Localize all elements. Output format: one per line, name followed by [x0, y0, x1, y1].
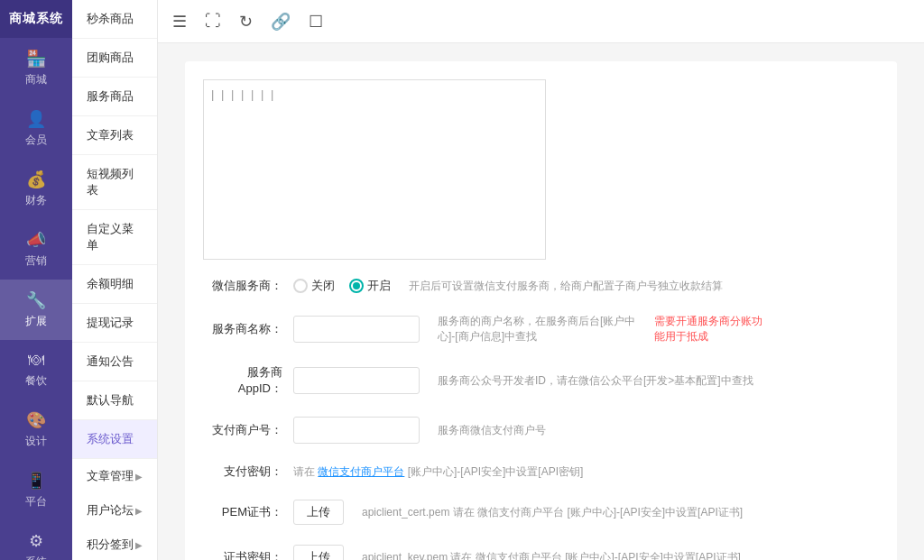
mock-textarea: | | | | | | | [203, 79, 546, 260]
sub-sidebar-item-menu[interactable]: 自定义菜单 [72, 210, 157, 265]
form-row-service-name: 服务商名称： 服务商的商户名称，在服务商后台[账户中心]-[商户信息]中查找 需… [203, 314, 879, 348]
upload-btn-pem[interactable]: 上传 [293, 500, 344, 525]
hint-pay-merchant: 服务商微信支付商户号 [438, 423, 546, 438]
control-pem-cert: 上传 apiclient_cert.pem 请在 微信支付商户平台 [账户中心]… [293, 500, 762, 525]
form-row-service-appid: 服务商AppID： 服务商公众号开发者ID，请在微信公众平台[开发>基本配置]中… [203, 364, 879, 400]
sidebar-item-member[interactable]: 👤 会员 [0, 98, 72, 159]
system-icon: ⚙ [29, 531, 43, 551]
form-section: | | | | | | | 微信服务商： 关闭 开启 [185, 61, 897, 560]
label-service-name: 服务商名称： [203, 321, 293, 337]
hint-red-service-name: 需要开通服务商分账功能用于抵成 [654, 314, 762, 344]
sub-sidebar-item-settings[interactable]: 系统设置 [72, 420, 157, 459]
hint-wechat-service: 开启后可设置微信支付服务商，给商户配置子商户号独立收款结算 [409, 279, 723, 294]
radio-label-off: 关闭 [311, 278, 335, 294]
sub-sidebar-item-nav[interactable]: 默认导航 [72, 381, 157, 420]
platform-icon: 📱 [26, 471, 46, 491]
textarea-container: | | | | | | | [203, 79, 879, 260]
fullscreen-icon[interactable]: ⛶ [205, 12, 221, 31]
sidebar-item-expand[interactable]: 🔧 扩展 [0, 280, 72, 340]
sidebar-item-design[interactable]: 🎨 设计 [0, 399, 72, 460]
refresh-icon[interactable]: ↻ [239, 12, 253, 32]
marketing-icon: 📣 [26, 230, 46, 250]
hint-pay-secret: 请在 微信支付商户平台 [账户中心]-[API安全]中设置[API密钥] [293, 464, 583, 480]
label-wechat-service: 微信服务商： [203, 278, 293, 294]
hint-service-name: 服务商的商户名称，在服务商后台[账户中心]-[商户信息]中查找 [438, 314, 636, 344]
sub-sidebar-item-article-list[interactable]: 文章列表 [72, 116, 157, 155]
catering-icon: 🍽 [28, 351, 44, 370]
chevron-right-icon: ▶ [135, 506, 143, 516]
upload-btn-cert[interactable]: 上传 [293, 545, 344, 560]
toolbar: ☰ ⛶ ↻ 🔗 ☐ [158, 0, 924, 43]
radio-group-service: 关闭 开启 [293, 278, 391, 294]
main-sidebar: 商城系统 🏪 商城 👤 会员 💰 财务 📣 营销 🔧 扩展 🍽 餐饮 🎨 设计 … [0, 0, 72, 560]
square-icon[interactable]: ☐ [309, 12, 323, 32]
form-row-pay-merchant: 支付商户号： 服务商微信支付商户号 [203, 417, 879, 447]
sidebar-item-catering[interactable]: 🍽 餐饮 [0, 340, 72, 399]
control-pay-secret: 请在 微信支付商户平台 [账户中心]-[API安全]中设置[API密钥] [293, 464, 762, 480]
control-cert-secret: 上传 apiclient_key.pem 请在 微信支付商户平台 [账户中心]-… [293, 545, 762, 560]
label-cert-secret: 证书密钥： [203, 549, 293, 560]
input-service-appid[interactable] [293, 367, 420, 394]
label-pay-merchant: 支付商户号： [203, 422, 293, 438]
sidebar-logo: 商城系统 [0, 0, 72, 38]
label-pem-cert: PEM证书： [203, 504, 293, 520]
link-wechat-pay[interactable]: 微信支付商户平台 [318, 465, 404, 478]
content-area: | | | | | | | 微信服务商： 关闭 开启 [158, 43, 924, 560]
member-icon: 👤 [26, 109, 46, 129]
main-content: ☰ ⛶ ↻ 🔗 ☐ | | | | | | | 微信服务商： 关闭 [158, 0, 924, 560]
radio-label-on: 开启 [367, 278, 391, 294]
sub-sidebar-group-article[interactable]: 文章管理 ▶ [72, 459, 157, 493]
shop-icon: 🏪 [26, 49, 46, 69]
radio-off[interactable]: 关闭 [293, 278, 335, 294]
sub-sidebar-item-seckill[interactable]: 秒杀商品 [72, 0, 157, 39]
hint-pem-cert: apiclient_cert.pem 请在 微信支付商户平台 [账户中心]-[A… [362, 505, 743, 520]
sub-sidebar: 秒杀商品 团购商品 服务商品 文章列表 短视频列表 自定义菜单 余额明细 提现记… [72, 0, 158, 560]
sub-sidebar-item-withdraw[interactable]: 提现记录 [72, 304, 157, 343]
form-row-cert-secret: 证书密钥： 上传 apiclient_key.pem 请在 微信支付商户平台 [… [203, 545, 879, 560]
radio-on[interactable]: 开启 [349, 278, 391, 294]
sub-sidebar-group-forum[interactable]: 用户论坛 ▶ [72, 493, 157, 528]
design-icon: 🎨 [26, 410, 46, 430]
chevron-right-icon: ▶ [135, 540, 143, 550]
expand-icon: 🔧 [26, 290, 46, 310]
control-service-name: 服务商的商户名称，在服务商后台[账户中心]-[商户信息]中查找 需要开通服务商分… [293, 314, 762, 344]
form-row-pem-cert: PEM证书： 上传 apiclient_cert.pem 请在 微信支付商户平台… [203, 500, 879, 528]
sidebar-item-shop[interactable]: 🏪 商城 [0, 38, 72, 98]
control-wechat-service: 关闭 开启 开启后可设置微信支付服务商，给商户配置子商户号独立收款结算 [293, 278, 762, 294]
input-service-name[interactable] [293, 316, 420, 343]
sidebar-item-marketing[interactable]: 📣 营销 [0, 219, 72, 280]
label-pay-secret: 支付密钥： [203, 464, 293, 480]
sidebar-item-system[interactable]: ⚙ 系统 [0, 520, 72, 560]
sub-sidebar-item-group[interactable]: 团购商品 [72, 39, 157, 78]
sidebar-item-finance[interactable]: 💰 财务 [0, 159, 72, 219]
label-service-appid: 服务商AppID： [203, 364, 293, 397]
form-row-pay-secret: 支付密钥： 请在 微信支付商户平台 [账户中心]-[API安全]中设置[API密… [203, 464, 879, 483]
link-icon[interactable]: 🔗 [271, 12, 291, 32]
hint-service-appid: 服务商公众号开发者ID，请在微信公众平台[开发>基本配置]中查找 [438, 373, 753, 389]
sub-sidebar-group-points[interactable]: 积分签到 ▶ [72, 528, 157, 560]
finance-icon: 💰 [26, 170, 46, 189]
radio-circle-on [349, 279, 364, 293]
sidebar-item-platform[interactable]: 📱 平台 [0, 460, 72, 520]
control-service-appid: 服务商公众号开发者ID，请在微信公众平台[开发>基本配置]中查找 [293, 367, 762, 394]
sub-sidebar-item-video[interactable]: 短视频列表 [72, 155, 157, 210]
chevron-right-icon: ▶ [135, 472, 143, 482]
sub-sidebar-item-service[interactable]: 服务商品 [72, 78, 157, 116]
sub-sidebar-item-balance[interactable]: 余额明细 [72, 265, 157, 304]
sub-sidebar-item-notice[interactable]: 通知公告 [72, 343, 157, 381]
form-row-wechat-service: 微信服务商： 关闭 开启 开启后可设置微信支付服务商，给商户配置子商户号独立收款… [203, 278, 879, 298]
radio-circle-off [293, 279, 308, 293]
input-pay-merchant[interactable] [293, 417, 420, 444]
menu-icon[interactable]: ☰ [172, 12, 187, 32]
control-pay-merchant: 服务商微信支付商户号 [293, 417, 762, 444]
hint-cert-secret: apiclient_key.pem 请在 微信支付商户平台 [账户中心]-[AP… [362, 550, 741, 561]
